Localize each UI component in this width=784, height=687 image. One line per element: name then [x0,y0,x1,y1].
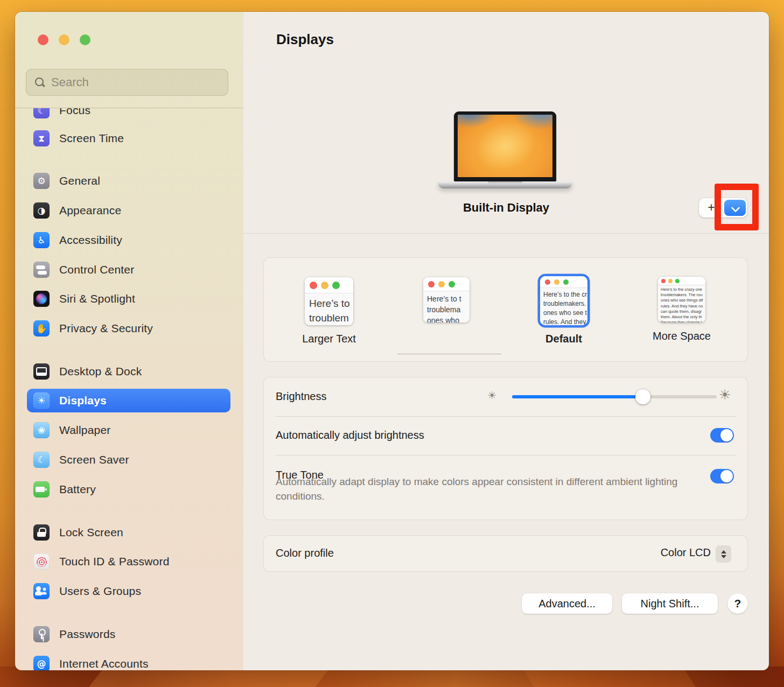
true-tone-toggle[interactable] [710,469,734,483]
sidebar-item-accessibility[interactable]: ♿ Accessibility [27,228,230,252]
toggle-pills-icon [33,262,50,278]
night-shift-button[interactable]: Night Shift... [622,593,718,614]
siri-orb-icon [33,291,50,307]
chevron-down-icon [732,205,739,212]
at-sign-icon: @ [33,656,50,670]
plus-icon[interactable]: + [699,200,724,216]
chevron-down-icon [721,555,726,558]
minimize-button[interactable] [59,34,69,45]
true-tone-description: Automatically adapt display to make colo… [276,474,696,503]
macbook-screen [454,111,556,181]
sidebar-item-screen-saver[interactable]: ☾ Screen Saver [27,448,230,472]
padlock-icon [33,524,50,541]
search-icon [34,76,46,88]
auto-brightness-label: Automatically adjust brightness [276,429,424,441]
sidebar-item-screen-time[interactable]: ⧗ Screen Time [27,127,230,150]
flower-icon: ❀ [33,422,50,438]
sun-icon: ☀ [33,392,50,409]
window-controls [38,34,90,45]
sidebar-item-desktop-dock[interactable]: Desktop & Dock [27,360,230,383]
moon-icon: ☾ [33,452,50,468]
sidebar-item-privacy-security[interactable]: ✋ Privacy & Security [27,317,230,340]
page-title: Displays [276,31,334,48]
sidebar: ☾ Focus ⧗ Screen Time ⚙ General ◑ Appear… [15,12,243,670]
zoom-button[interactable] [80,34,90,45]
search-field[interactable] [26,69,228,96]
preset-medium-text[interactable]: Here’s to t troublema ones who [423,277,470,323]
sidebar-item-lock-screen[interactable]: Lock Screen [27,521,230,544]
color-profile-label: Color profile [276,547,334,559]
hand-icon: ✋ [33,320,50,337]
resolution-presets-card: Here’s to troublem Larger Text Here’s to… [263,257,748,362]
color-profile-dropdown[interactable] [716,545,731,563]
sidebar-item-displays[interactable]: ☀ Displays [27,389,230,412]
close-button[interactable] [38,34,48,45]
sidebar-item-appearance[interactable]: ◑ Appearance [27,199,230,222]
brightness-slider-fill [512,395,643,398]
preset-more-space[interactable]: Here’s to the crazy one troublemakers. T… [652,277,711,342]
preset-divider-line [397,354,501,354]
focus-icon: ☾ [33,108,50,118]
two-people-icon [33,583,50,599]
brightness-label: Brightness [276,390,327,403]
gear-icon: ⚙ [33,173,50,189]
sidebar-list: ☾ Focus ⧗ Screen Time ⚙ General ◑ Appear… [15,108,243,670]
key-icon [33,626,50,642]
brightness-slider[interactable] [512,395,717,398]
sidebar-item-siri-spotlight[interactable]: Siri & Spotlight [27,287,230,311]
auto-brightness-toggle[interactable] [710,428,734,443]
help-button[interactable]: ? [727,593,748,614]
color-profile-card: Color profile Color LCD [263,535,748,572]
sidebar-item-wallpaper[interactable]: ❀ Wallpaper [27,418,230,442]
accessibility-icon: ♿ [33,232,50,248]
sidebar-item-focus[interactable]: ☾ Focus [27,108,230,122]
sidebar-item-general[interactable]: ⚙ General [27,169,230,193]
half-circle-icon: ◑ [33,202,50,219]
dock-window-icon [33,363,50,380]
add-display-dropdown-button[interactable] [724,200,746,216]
hourglass-icon: ⧗ [33,130,50,146]
brightness-dim-icon: ☀ [487,389,496,401]
sidebar-item-passwords[interactable]: Passwords [27,622,230,646]
brightness-card: Brightness ☀ ☀ Automatically adjust brig… [263,377,748,520]
fingerprint-icon [33,553,50,570]
preset-larger-text[interactable]: Here’s to troublem Larger Text [299,277,359,345]
sidebar-item-battery[interactable]: Battery [27,478,230,501]
preset-default[interactable]: Here’s to the cr troublemakers. ones who… [538,276,589,345]
preset-label: Larger Text [299,333,359,345]
search-input[interactable] [51,75,220,89]
brightness-bright-icon: ☀ [719,387,731,403]
sidebar-item-users-groups[interactable]: Users & Groups [27,579,230,603]
display-name-label: Built-in Display [243,201,769,215]
macbook-base [438,181,572,188]
brightness-slider-thumb[interactable] [635,389,650,404]
advanced-button[interactable]: Advanced... [522,593,612,614]
preset-label: Default [538,333,589,345]
header-separator [243,233,769,234]
chevron-up-icon [721,550,726,553]
sidebar-item-touch-id[interactable]: Touch ID & Password [27,550,230,573]
macbook-image [438,110,572,202]
system-settings-window: ☾ Focus ⧗ Screen Time ⚙ General ◑ Appear… [15,12,769,670]
color-profile-value: Color LCD [661,546,711,559]
battery-icon [33,481,50,497]
sidebar-item-internet-accounts[interactable]: @ Internet Accounts [27,652,230,670]
preset-label: More Space [652,330,711,342]
sidebar-item-control-center[interactable]: Control Center [27,258,230,282]
add-display-button[interactable]: + [699,198,747,218]
main-panel: Displays Built-in Display + Here’s [243,12,769,670]
